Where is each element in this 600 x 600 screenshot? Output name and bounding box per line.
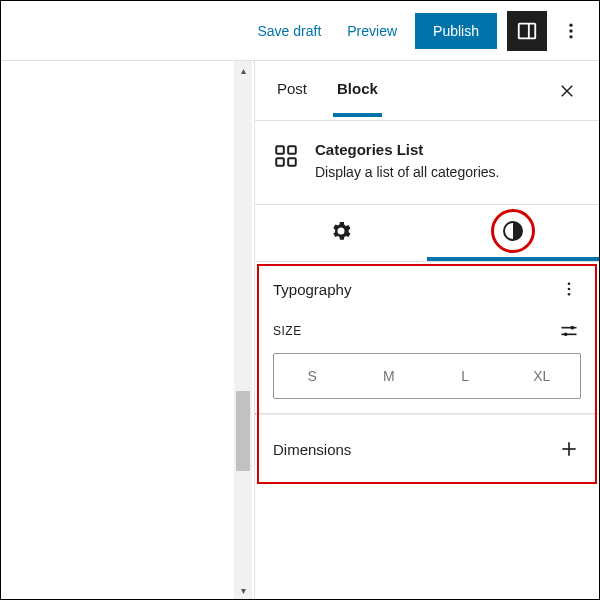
svg-point-14 — [568, 293, 571, 296]
topbar-more-button[interactable] — [557, 11, 585, 51]
sliders-icon — [559, 321, 579, 341]
tab-post[interactable]: Post — [273, 80, 311, 117]
typography-header: Typography — [273, 277, 581, 301]
svg-point-12 — [568, 282, 571, 285]
block-subtabs — [255, 205, 599, 262]
block-title: Categories List — [315, 141, 499, 158]
subtab-settings[interactable] — [255, 205, 427, 261]
save-draft-button[interactable]: Save draft — [249, 17, 329, 45]
tab-block[interactable]: Block — [333, 80, 382, 117]
dimensions-title: Dimensions — [273, 441, 351, 458]
typography-panel: Typography SIZE S M — [255, 263, 599, 413]
custom-size-button[interactable] — [557, 319, 581, 343]
vertical-dots-icon — [560, 280, 578, 298]
scroll-up-arrow-icon[interactable]: ▴ — [234, 61, 252, 79]
size-option-l[interactable]: L — [427, 354, 504, 398]
settings-sidebar: Post Block Categories List Display a lis… — [254, 61, 599, 599]
svg-point-18 — [564, 333, 568, 337]
svg-point-13 — [568, 288, 571, 291]
svg-point-16 — [571, 326, 575, 330]
sidebar-close-button[interactable] — [551, 75, 583, 107]
svg-point-4 — [569, 35, 572, 38]
contrast-icon — [501, 219, 525, 243]
dimensions-panel: Dimensions — [255, 415, 599, 475]
svg-point-3 — [569, 29, 572, 32]
preview-button[interactable]: Preview — [339, 17, 405, 45]
close-icon — [558, 82, 576, 100]
size-options: S M L XL — [273, 353, 581, 399]
svg-rect-0 — [519, 23, 536, 38]
svg-rect-7 — [276, 146, 284, 154]
scroll-thumb[interactable] — [236, 391, 250, 471]
vertical-dots-icon — [561, 21, 581, 41]
block-header: Categories List Display a list of all ca… — [255, 121, 599, 205]
svg-rect-9 — [276, 158, 284, 166]
editor-canvas[interactable]: ▴ ▾ — [1, 61, 254, 599]
size-option-s[interactable]: S — [274, 354, 351, 398]
svg-rect-8 — [288, 146, 296, 154]
typography-title: Typography — [273, 281, 351, 298]
plus-icon — [559, 439, 579, 459]
subtab-styles[interactable] — [427, 205, 599, 261]
svg-rect-10 — [288, 158, 296, 166]
block-info: Categories List Display a list of all ca… — [315, 141, 499, 180]
svg-point-2 — [569, 23, 572, 26]
canvas-scrollbar[interactable]: ▴ ▾ — [234, 61, 252, 599]
editor-topbar: Save draft Preview Publish — [1, 1, 599, 61]
size-option-m[interactable]: M — [351, 354, 428, 398]
publish-button[interactable]: Publish — [415, 13, 497, 49]
style-panels: Typography SIZE S M — [255, 262, 599, 599]
size-row: SIZE — [273, 319, 581, 343]
sidebar-tabs: Post Block — [255, 61, 599, 121]
editor-main: ▴ ▾ Post Block Categories List Display a… — [1, 61, 599, 599]
sidebar-toggle-button[interactable] — [507, 11, 547, 51]
size-option-xl[interactable]: XL — [504, 354, 581, 398]
scroll-down-arrow-icon[interactable]: ▾ — [234, 581, 252, 599]
typography-more-button[interactable] — [557, 277, 581, 301]
dimensions-add-button[interactable] — [557, 437, 581, 461]
gear-icon — [329, 219, 353, 243]
block-description: Display a list of all categories. — [315, 164, 499, 180]
grid-icon — [273, 143, 299, 169]
size-label: SIZE — [273, 324, 302, 338]
sidebar-toggle-icon — [516, 20, 538, 42]
